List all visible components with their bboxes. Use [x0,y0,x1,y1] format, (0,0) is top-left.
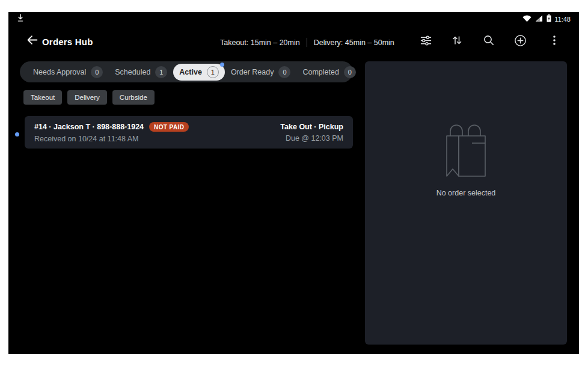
sort-arrows-icon [451,34,463,46]
tab-count-badge: 0 [91,66,103,78]
search-button[interactable] [480,32,497,49]
chip-delivery[interactable]: Delivery [67,90,107,105]
fulfillment-filter-chips: Takeout Delivery Curbside [23,90,155,105]
tune-icon [420,34,432,47]
wifi-icon [522,14,531,25]
tab-label: Scheduled [115,68,150,76]
unread-order-dot [15,132,19,136]
prep-times-divider [307,38,307,47]
download-icon [17,14,24,25]
notification-dot [220,63,224,67]
shopping-bag-icon [446,124,486,179]
prep-times: Takeout: 15min – 20min Delivery: 45min –… [220,38,394,47]
tab-label: Needs Approval [33,68,86,76]
tab-label: Order Ready [231,68,274,76]
more-vert-icon [548,34,560,46]
add-order-button[interactable] [512,32,528,49]
plus-circle-icon [514,34,527,47]
order-card-left: #14 · Jackson T · 898-888-1924 NOT PAID … [34,122,189,143]
clock-time: 11:48 [555,16,571,23]
tab-order-ready[interactable]: Order Ready 0 [225,64,297,81]
order-card-right: Take Out · Pickup Due @ 12:03 PM [280,122,343,143]
delivery-prep-time: Delivery: 45min – 50min [314,38,394,47]
cellular-signal-icon [535,14,543,25]
battery-charging-icon [547,14,551,25]
sort-button[interactable] [449,32,465,49]
overflow-menu-button[interactable] [546,32,563,49]
order-list-item[interactable]: #14 · Jackson T · 898-888-1924 NOT PAID … [25,116,353,149]
empty-state-text: No order selected [365,189,567,197]
tab-label: Active [179,68,202,76]
tab-active[interactable]: Active 1 [173,64,225,81]
not-paid-badge: NOT PAID [149,122,189,132]
tab-count-badge: 0 [278,66,290,78]
tab-label: Completed [302,68,338,76]
tab-needs-approval[interactable]: Needs Approval 0 [27,64,109,81]
order-due-time: Due @ 12:03 PM [280,134,343,143]
order-detail-panel: No order selected [365,61,567,345]
app-header: Orders Hub Takeout: 15min – 20min Delive… [8,26,579,55]
back-arrow-icon [26,34,38,48]
tab-count-badge: 1 [207,66,219,78]
chip-curbside[interactable]: Curbside [112,90,155,105]
tab-scheduled[interactable]: Scheduled 1 [109,64,173,81]
status-bar: 11:48 [8,12,579,26]
search-icon [483,34,495,46]
tab-count-badge: 0 [344,66,356,78]
filter-tune-button[interactable] [417,32,434,49]
back-button[interactable] [25,34,38,48]
tab-count-badge: 1 [155,66,167,78]
order-status-tab-bar: Needs Approval 0 Scheduled 1 Active 1 Or… [20,61,353,82]
chip-takeout[interactable]: Takeout [23,90,62,105]
order-received-time: Received on 10/24 at 11:48 AM [34,135,189,143]
tab-completed[interactable]: Completed 0 [296,64,361,81]
takeout-prep-time: Takeout: 15min – 20min [220,38,300,47]
order-title: #14 · Jackson T · 898-888-1924 [34,123,144,131]
page-title: Orders Hub [42,37,93,47]
device-screen: 11:48 Orders Hub Takeout: 15min – 20min … [8,12,579,354]
order-fulfillment-type: Take Out · Pickup [280,123,343,131]
